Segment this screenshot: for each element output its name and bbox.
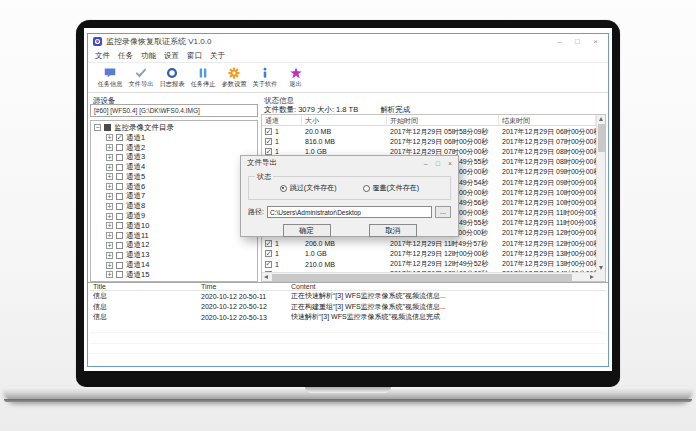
menu-file[interactable]: 文件 — [91, 51, 114, 61]
expand-icon[interactable]: + — [106, 242, 113, 249]
channel-checkbox[interactable] — [116, 183, 123, 190]
channel-checkbox[interactable] — [116, 213, 123, 220]
tree-item-channel[interactable]: +通道12 — [94, 241, 257, 251]
channel-checkbox[interactable] — [116, 173, 123, 180]
source-device-box[interactable]: [#60] [WFS0.4] [G:\DK\WFS0.4.IMG] — [90, 104, 258, 117]
expand-icon[interactable]: + — [106, 203, 113, 210]
tree-item-channel[interactable]: +通道8 — [94, 201, 257, 211]
toolbar-task-stop[interactable]: 任务停止 — [187, 67, 218, 89]
tree-item-channel[interactable]: +通道4 — [94, 162, 257, 172]
file-row[interactable]: 1816.0 MB2017年12月29日 06时00分00秒2017年12月29… — [262, 136, 596, 146]
radio-overwrite-existing[interactable]: 覆盖(文件存在) — [363, 183, 420, 193]
log-header-content[interactable]: Content — [291, 283, 606, 290]
log-row[interactable]: 信息2020-10-12 20-50-11正在快速解析“[3] WFS监控录像系… — [90, 291, 606, 302]
scroll-up-icon[interactable] — [599, 117, 603, 121]
channel-checkbox[interactable] — [116, 262, 123, 269]
cancel-button[interactable]: 取消 — [369, 224, 417, 237]
horizontal-scrollbar[interactable] — [262, 272, 596, 281]
root-checkbox[interactable] — [104, 124, 111, 131]
expand-icon[interactable]: + — [106, 262, 113, 269]
dialog-close-button[interactable]: × — [448, 160, 452, 167]
scroll-left-icon[interactable] — [264, 275, 268, 279]
channel-checkbox[interactable] — [116, 154, 123, 161]
scroll-thumb[interactable] — [598, 124, 605, 152]
radio-skip-existing[interactable]: 跳过(文件存在) — [280, 183, 337, 193]
expand-icon[interactable]: + — [106, 144, 113, 151]
file-row[interactable]: 120.0 MB2017年12月29日 05时58分09秒2017年12月29日… — [262, 126, 596, 136]
tree-item-channel[interactable]: +通道6 — [94, 182, 257, 192]
menu-about[interactable]: 关于 — [206, 51, 229, 61]
file-row[interactable]: 1210.0 MB2017年12月29日 12时49分52秒2017年12月29… — [262, 258, 596, 268]
ok-button[interactable]: 确定 — [283, 224, 331, 237]
scroll-thumb-horizontal[interactable] — [272, 274, 572, 281]
tree-item-channel[interactable]: +通道13 — [94, 250, 257, 260]
expand-icon[interactable]: + — [106, 213, 113, 220]
log-row[interactable]: 信息2020-10-12 20-50-12正在构建重组“[3] WFS监控录像系… — [90, 302, 606, 313]
log-header-time[interactable]: Time — [201, 283, 291, 290]
maximize-button[interactable]: □ — [570, 36, 585, 47]
path-input[interactable] — [267, 206, 432, 218]
expand-icon[interactable]: + — [106, 232, 113, 239]
expand-icon[interactable]: + — [106, 154, 113, 161]
channel-checkbox[interactable] — [116, 193, 123, 200]
header-end-time[interactable]: 结束时间 — [499, 115, 596, 125]
toolbar-parameter-settings[interactable]: 参数设置 — [218, 67, 249, 89]
tree-item-channel[interactable]: +通道15 — [94, 270, 257, 280]
channel-checkbox[interactable] — [116, 271, 123, 278]
log-row[interactable]: 信息2020-10-12 20-50-13快速解析“[3] WFS监控录像系统”… — [90, 312, 606, 323]
menu-settings[interactable]: 设置 — [160, 51, 183, 61]
collapse-icon[interactable]: − — [94, 124, 101, 131]
channel-checkbox[interactable] — [116, 222, 123, 229]
dialog-maximize-button[interactable]: □ — [436, 160, 440, 167]
expand-icon[interactable]: + — [106, 222, 113, 229]
vertical-scrollbar[interactable] — [596, 115, 605, 272]
toolbar-log-report[interactable]: 日志报表 — [156, 67, 187, 89]
expand-icon[interactable]: + — [106, 134, 113, 141]
toolbar-exit[interactable]: 退出 — [280, 67, 311, 89]
close-button[interactable]: × — [588, 36, 603, 47]
row-checkbox[interactable] — [265, 240, 272, 247]
tree-item-channel[interactable]: +通道1 — [94, 133, 257, 143]
file-row[interactable]: 11.0 GB2017年12月29日 12时00分00秒2017年12月29日 … — [262, 248, 596, 258]
header-channel[interactable]: 通道 — [262, 115, 302, 125]
header-size[interactable]: 大小 — [302, 115, 387, 125]
tree-item-channel[interactable]: +通道2 — [94, 143, 257, 153]
channel-checkbox[interactable] — [116, 252, 123, 259]
expand-icon[interactable]: + — [106, 164, 113, 171]
dialog-minimize-button[interactable]: – — [424, 160, 428, 167]
row-checkbox[interactable] — [265, 261, 272, 268]
tree-item-root[interactable]: − 监控录像文件目录 — [94, 123, 257, 133]
tree-item-channel[interactable]: +通道9 — [94, 211, 257, 221]
expand-icon[interactable]: + — [106, 252, 113, 259]
toolbar-task-info[interactable]: 任务信息 — [94, 67, 125, 89]
file-row[interactable]: 1206.0 MB2017年12月29日 11时49分57秒2017年12月29… — [262, 238, 596, 248]
expand-icon[interactable]: + — [106, 193, 113, 200]
menu-window[interactable]: 窗口 — [183, 51, 206, 61]
radio-unselected-icon[interactable] — [363, 185, 370, 192]
minimize-button[interactable]: – — [552, 36, 567, 47]
channel-checkbox[interactable] — [116, 203, 123, 210]
tree-item-channel[interactable]: +通道10 — [94, 221, 257, 231]
header-start-time[interactable]: 开始时间 — [387, 115, 499, 125]
tree-item-channel[interactable]: +通道5 — [94, 172, 257, 182]
tree-item-channel[interactable]: +通道11 — [94, 231, 257, 241]
channel-checkbox[interactable] — [116, 134, 123, 141]
scroll-down-icon[interactable] — [599, 266, 603, 270]
radio-selected-icon[interactable] — [280, 185, 287, 192]
channel-checkbox[interactable] — [116, 144, 123, 151]
toolbar-file-export[interactable]: 文件导出 — [125, 67, 156, 89]
channel-checkbox[interactable] — [116, 242, 123, 249]
channel-checkbox[interactable] — [116, 164, 123, 171]
toolbar-about-software[interactable]: 关于软件 — [249, 67, 280, 89]
expand-icon[interactable]: + — [106, 271, 113, 278]
log-header-title[interactable]: Title — [90, 283, 201, 290]
menu-function[interactable]: 功能 — [137, 51, 160, 61]
tree-item-channel[interactable]: +通道14 — [94, 260, 257, 270]
scroll-right-icon[interactable] — [590, 275, 594, 279]
row-checkbox[interactable] — [265, 250, 272, 257]
expand-icon[interactable]: + — [106, 173, 113, 180]
browse-button[interactable]: ... — [435, 206, 451, 218]
tree-item-channel[interactable]: +通道7 — [94, 192, 257, 202]
tree-item-channel[interactable]: +通道3 — [94, 152, 257, 162]
menu-task[interactable]: 任务 — [114, 51, 137, 61]
